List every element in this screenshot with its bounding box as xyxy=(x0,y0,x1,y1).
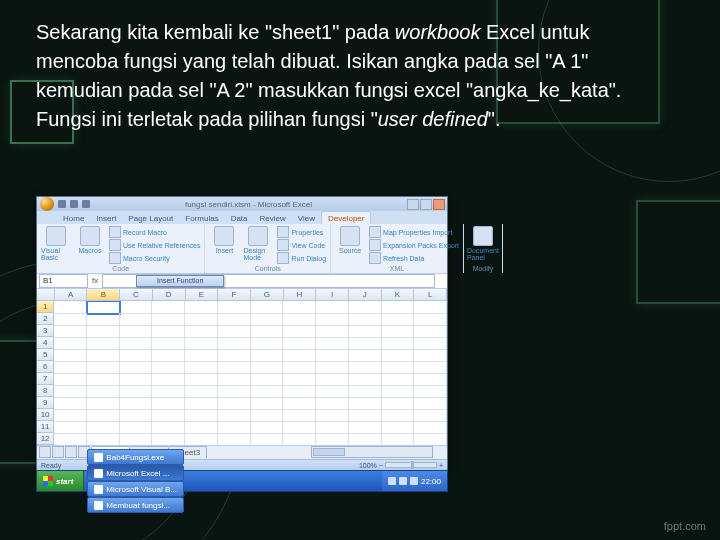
slide-paragraph: Sekarang kita kembali ke "sheet1" pada w… xyxy=(36,18,656,134)
ribbon-item[interactable]: Use Relative References xyxy=(109,239,200,251)
app-icon xyxy=(94,485,103,494)
sheet-nav-prev[interactable] xyxy=(52,446,64,458)
ribbon-button-document-panel[interactable]: Document Panel xyxy=(468,226,498,261)
ribbon-tab-view[interactable]: View xyxy=(292,212,321,224)
row-header-4[interactable]: 4 xyxy=(37,337,54,349)
cell-C12[interactable] xyxy=(120,433,153,445)
formula-bar[interactable]: Insert Function xyxy=(102,274,435,288)
col-header-L[interactable]: L xyxy=(414,289,447,301)
ribbon-tab-review[interactable]: Review xyxy=(254,212,292,224)
zoom-control[interactable]: 100% −+ xyxy=(359,462,443,469)
tray-icon[interactable] xyxy=(388,477,396,485)
col-header-K[interactable]: K xyxy=(382,289,415,301)
fx-icon[interactable]: fx xyxy=(88,276,102,285)
col-header-J[interactable]: J xyxy=(349,289,382,301)
ribbon-item-icon xyxy=(109,239,121,251)
app-icon xyxy=(94,501,103,510)
row-header-5[interactable]: 5 xyxy=(37,349,54,361)
col-header-F[interactable]: F xyxy=(218,289,251,301)
col-header-D[interactable]: D xyxy=(153,289,186,301)
row-header-12[interactable]: 12 xyxy=(37,433,54,445)
ribbon-item[interactable]: Macro Security xyxy=(109,252,200,264)
horizontal-scrollbar[interactable] xyxy=(311,446,433,458)
titlebar: fungsi sendiri.xlsm - Microsoft Excel xyxy=(37,197,447,211)
ribbon-item[interactable]: Record Macro xyxy=(109,226,200,238)
qat-undo-icon[interactable] xyxy=(70,200,78,208)
ribbon-item[interactable]: View Code xyxy=(277,239,326,251)
cell-D12[interactable] xyxy=(152,433,185,445)
ribbon-button-visual-basic[interactable]: Visual Basic xyxy=(41,226,71,261)
ribbon-group-controls: InsertDesign ModePropertiesView CodeRun … xyxy=(205,224,331,273)
col-header-G[interactable]: G xyxy=(251,289,284,301)
cell-K12[interactable] xyxy=(382,433,415,445)
col-header-B[interactable]: B xyxy=(87,289,120,301)
ribbon-tab-home[interactable]: Home xyxy=(57,212,90,224)
cell-G12[interactable] xyxy=(251,433,284,445)
start-button[interactable]: start xyxy=(37,471,84,491)
cell-F12[interactable] xyxy=(218,433,251,445)
row-header-1[interactable]: 1 xyxy=(37,301,54,313)
ribbon-item[interactable]: Run Dialog xyxy=(277,252,326,264)
taskbar-button[interactable]: Membuat fungsi... xyxy=(87,497,184,513)
ribbon-item[interactable]: Refresh Data xyxy=(369,252,459,264)
maximize-button[interactable] xyxy=(420,199,432,210)
col-header-I[interactable]: I xyxy=(316,289,349,301)
col-header-C[interactable]: C xyxy=(120,289,153,301)
clock: 22:00 xyxy=(421,477,441,486)
qat-save-icon[interactable] xyxy=(58,200,66,208)
row-header-6[interactable]: 6 xyxy=(37,361,54,373)
office-button[interactable] xyxy=(40,197,54,211)
tray-icon[interactable] xyxy=(399,477,407,485)
col-header-E[interactable]: E xyxy=(186,289,219,301)
select-all-corner[interactable] xyxy=(37,289,55,301)
ribbon-tab-insert[interactable]: Insert xyxy=(90,212,122,224)
cell-I12[interactable] xyxy=(316,433,349,445)
ribbon-item-icon xyxy=(369,226,381,238)
minimize-button[interactable] xyxy=(407,199,419,210)
ribbon-tab-page-layout[interactable]: Page Layout xyxy=(122,212,179,224)
ribbon-button-design-mode[interactable]: Design Mode xyxy=(243,226,273,261)
cell-J12[interactable] xyxy=(349,433,382,445)
row-header-11[interactable]: 11 xyxy=(37,421,54,433)
col-header-H[interactable]: H xyxy=(284,289,317,301)
ribbon-item[interactable]: Expansion Packs Export xyxy=(369,239,459,251)
cell-B12[interactable] xyxy=(87,433,120,445)
ribbon-tab-formulas[interactable]: Formulas xyxy=(179,212,224,224)
row-header-9[interactable]: 9 xyxy=(37,397,54,409)
ribbon-item[interactable]: Map Properties Import xyxy=(369,226,459,238)
qat-redo-icon[interactable] xyxy=(82,200,90,208)
ribbon-button-macros[interactable]: Macros xyxy=(75,226,105,254)
row-header-7[interactable]: 7 xyxy=(37,373,54,385)
tray-icon[interactable] xyxy=(410,477,418,485)
close-button[interactable] xyxy=(433,199,445,210)
system-tray[interactable]: 22:00 xyxy=(382,471,447,491)
row-header-2[interactable]: 2 xyxy=(37,313,54,325)
cell-A12[interactable] xyxy=(54,433,87,445)
row-header-8[interactable]: 8 xyxy=(37,385,54,397)
ribbon-item-icon xyxy=(369,252,381,264)
col-header-A[interactable]: A xyxy=(55,289,88,301)
formula-row: B1 fx Insert Function xyxy=(37,274,447,289)
insert-function-dialog[interactable]: Insert Function xyxy=(136,275,224,287)
ribbon-button-insert[interactable]: Insert xyxy=(209,226,239,254)
ribbon-item[interactable]: Properties xyxy=(277,226,326,238)
grid[interactable]: ABCDEFGHIJKL 123456789101112 xyxy=(37,289,447,445)
cell-H12[interactable] xyxy=(283,433,316,445)
cell-E12[interactable] xyxy=(185,433,218,445)
ribbon-button-source[interactable]: Source xyxy=(335,226,365,254)
sheet-nav-first[interactable] xyxy=(39,446,51,458)
design-mode-icon xyxy=(248,226,268,246)
row-header-10[interactable]: 10 xyxy=(37,409,54,421)
cell-L12[interactable] xyxy=(414,433,447,445)
taskbar-button[interactable]: Microsoft Excel ... xyxy=(87,465,184,481)
taskbar-button[interactable]: Bab4Fungsi.exe xyxy=(87,449,184,465)
ribbon-tab-data[interactable]: Data xyxy=(225,212,254,224)
name-box[interactable]: B1 xyxy=(39,274,88,288)
sheet-nav-next[interactable] xyxy=(65,446,77,458)
insert-icon xyxy=(214,226,234,246)
taskbar-button[interactable]: Microsoft Visual B... xyxy=(87,481,184,497)
ribbon-tab-developer[interactable]: Developer xyxy=(321,211,371,224)
row-header-3[interactable]: 3 xyxy=(37,325,54,337)
windows-logo-icon xyxy=(43,476,53,486)
ribbon: Visual BasicMacrosRecord MacroUse Relati… xyxy=(37,224,447,274)
